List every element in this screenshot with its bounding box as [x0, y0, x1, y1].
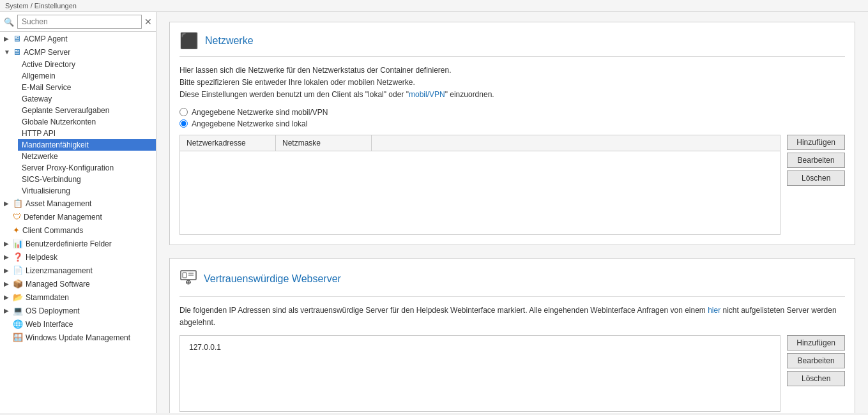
table-body: [180, 151, 780, 234]
netzwerke-desc2: Bitte spezifizieren Sie entweder Ihre lo…: [179, 78, 415, 87]
svg-rect-1: [183, 273, 187, 278]
web-icon: 🌐: [13, 319, 23, 329]
sidebar-item-http-api[interactable]: HTTP API: [18, 128, 156, 139]
sidebar-item-helpdesk[interactable]: ▶ ❓ Helpdesk: [0, 250, 156, 264]
sidebar-item-netzwerke[interactable]: Netzwerke: [18, 151, 156, 162]
sidebar-item-label: Active Directory: [22, 60, 75, 69]
sidebar-item-allgemein[interactable]: Allgemein: [18, 70, 156, 82]
radio-lokal[interactable]: Angegebene Netzwerke sind lokal: [179, 119, 845, 128]
search-box: 🔍 ✕: [0, 12, 156, 32]
webserver-table-container: 127.0.0.1 Hinzufügen Bearbeiten Löschen: [179, 335, 845, 412]
data-icon: 📂: [13, 292, 23, 302]
sidebar-item-acmp-agent[interactable]: ▶ 🖥 ACMP Agent: [0, 32, 156, 45]
netzwerke-desc1: Hier lassen sich die Netzwerke für den N…: [179, 66, 452, 75]
webserver-ip-box[interactable]: 127.0.0.1: [179, 335, 780, 412]
software-icon: 📦: [13, 279, 23, 289]
sidebar-item-label: Geplante Serveraufgaben: [22, 106, 109, 115]
sidebar-item-managed-software[interactable]: ▶ 📦 Managed Software: [0, 277, 156, 290]
sidebar-item-label: Globale Nutzerkonten: [22, 117, 96, 126]
sidebar-item-gateway[interactable]: Gateway: [18, 93, 156, 105]
search-clear-icon[interactable]: ✕: [144, 17, 152, 27]
section-header: ⬛ Netzwerke: [179, 32, 845, 57]
sidebar-item-label: Allgemein: [22, 72, 56, 80]
netzwerke-bearbeiten-button[interactable]: Bearbeiten: [787, 153, 845, 168]
netzwerke-buttons: Hinzufügen Bearbeiten Löschen: [787, 135, 845, 186]
sidebar-item-label: Windows Update Management: [26, 333, 130, 342]
windows-icon: 🪟: [13, 333, 23, 342]
netzwerke-loschen-button[interactable]: Löschen: [787, 170, 845, 186]
sidebar-item-active-directory[interactable]: Active Directory: [18, 59, 156, 70]
webserver-section-icon: [179, 268, 197, 290]
radio-lokal-input[interactable]: [179, 119, 188, 128]
netzwerke-desc: Hier lassen sich die Netzwerke für den N…: [179, 64, 845, 102]
os-icon: 💻: [13, 306, 23, 315]
sidebar-item-defender-management[interactable]: 🛡 Defender Management: [0, 210, 156, 223]
sidebar-item-windows-update[interactable]: 🪟 Windows Update Management: [0, 331, 156, 344]
expand-icon: ▼: [4, 49, 11, 56]
netzwerke-title: Netzwerke: [205, 35, 254, 47]
expand-icon: ▶: [4, 200, 11, 207]
sidebar-item-client-commands[interactable]: ✦ Client Commands: [0, 223, 156, 237]
sidebar-item-label: OS Deployment: [26, 306, 80, 315]
license-icon: 📄: [13, 266, 23, 275]
sidebar-item-label: Virtualisierung: [22, 186, 70, 195]
sidebar-item-server-proxy[interactable]: Server Proxy-Konfiguration: [18, 162, 156, 174]
sidebar-item-virtualisierung[interactable]: Virtualisierung: [18, 185, 156, 197]
sidebar-item-acmp-server[interactable]: ▼ 🖥 ACMP Server: [0, 45, 156, 59]
sidebar-item-email-service[interactable]: E-Mail Service: [18, 82, 156, 93]
sidebar-item-label: HTTP API: [22, 129, 56, 138]
expand-icon: ▶: [4, 35, 11, 42]
netzwerke-hinzufugen-button[interactable]: Hinzufügen: [787, 135, 845, 150]
sidebar-item-sics-verbindung[interactable]: SICS-Verbindung: [18, 174, 156, 185]
netzwerke-desc3: Diese Einstellungen werden benutzt um de…: [179, 90, 494, 99]
commands-icon: ✦: [13, 225, 20, 235]
webserver-loschen-button[interactable]: Löschen: [787, 371, 845, 386]
radio-mobil-vpn[interactable]: Angegebene Netzwerke sind mobil/VPN: [179, 108, 845, 117]
network-section-icon: ⬛: [179, 32, 199, 50]
sidebar-item-mandantenfahigkeit[interactable]: Mandantenfähigkeit: [18, 139, 156, 151]
expand-icon: ▶: [4, 280, 11, 287]
ip-address: 127.0.0.1: [184, 340, 776, 355]
monitor-icon: 🖥: [13, 34, 21, 43]
sidebar-item-stammdaten[interactable]: ▶ 📂 Stammdaten: [0, 290, 156, 304]
sidebar-item-asset-management[interactable]: ▶ 📋 Asset Management: [0, 197, 156, 210]
sidebar-item-lizenzmanagement[interactable]: ▶ 📄 Lizenzmanagement: [0, 264, 156, 277]
sidebar-item-geplante-serveraufgaben[interactable]: Geplante Serveraufgaben: [18, 105, 156, 116]
sidebar-item-label: Stammdaten: [26, 293, 69, 302]
sidebar-item-benutzerdefinierte-felder[interactable]: ▶ 📊 Benutzerdefinierte Felder: [0, 237, 156, 250]
sidebar-item-label: Helpdesk: [26, 253, 57, 262]
sidebar-item-label: Client Commands: [22, 226, 83, 235]
sidebar-item-label: ACMP Agent: [24, 34, 67, 43]
sidebar-item-label: Defender Management: [24, 213, 102, 222]
sidebar-item-os-deployment[interactable]: ▶ 💻 OS Deployment: [0, 304, 156, 317]
expand-icon: ▶: [4, 253, 11, 260]
sidebar-item-globale-nutzerkonten[interactable]: Globale Nutzerkonten: [18, 116, 156, 128]
netzwerke-table-container: Netzwerkadresse Netzmaske Hinzufügen Bea…: [179, 135, 845, 235]
hier-link[interactable]: hier: [708, 306, 720, 315]
sidebar-item-label: Benutzerdefinierte Felder: [26, 239, 112, 248]
content-area: ⬛ Netzwerke Hier lassen sich die Netzwer…: [156, 12, 868, 413]
table-header-netzmaske: Netzmaske: [276, 135, 372, 151]
sidebar-item-label: Managed Software: [26, 280, 90, 289]
sidebar-item-label: Lizenzmanagement: [26, 266, 93, 275]
fields-icon: 📊: [13, 239, 23, 248]
sidebar-item-web-interface[interactable]: 🌐 Web Interface: [0, 317, 156, 331]
search-icon: 🔍: [4, 17, 14, 27]
expand-icon: ▶: [4, 267, 11, 274]
sidebar-item-label: Mandantenfähigkeit: [22, 140, 89, 149]
sidebar-item-label: Web Interface: [26, 320, 73, 329]
table-header-empty: [372, 135, 780, 151]
webserver-bearbeiten-button[interactable]: Bearbeiten: [787, 353, 845, 368]
webserver-desc: Die folgenden IP Adressen sind als vertr…: [179, 305, 845, 329]
netzwerke-table: Netzwerkadresse Netzmaske: [179, 135, 780, 235]
search-input[interactable]: [17, 15, 142, 29]
webserver-hinzufugen-button[interactable]: Hinzufügen: [787, 335, 845, 351]
title-bar: System / Einstellungen: [0, 0, 868, 12]
sidebar-item-label: Netzwerke: [22, 152, 58, 161]
radio-mobil-vpn-input[interactable]: [179, 108, 188, 116]
sidebar-tree: ▶ 🖥 ACMP Agent ▼ 🖥 ACMP Server Active Di…: [0, 32, 156, 413]
sidebar-item-label: E-Mail Service: [22, 83, 71, 92]
webserver-section-header: Vertrauenswürdige Webserver: [179, 268, 845, 297]
sidebar: 🔍 ✕ ▶ 🖥 ACMP Agent ▼ 🖥 ACMP Server Activ…: [0, 12, 156, 413]
webserver-section: Vertrauenswürdige Webserver Die folgende…: [169, 258, 855, 413]
